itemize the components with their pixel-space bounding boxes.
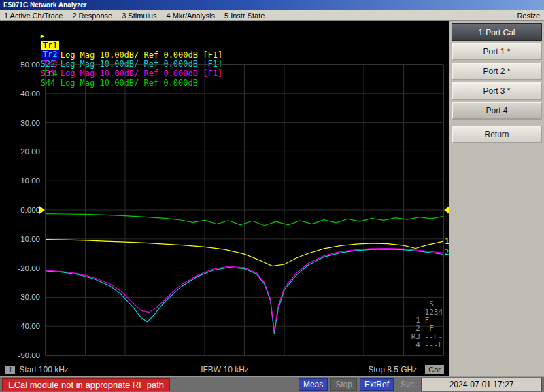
sweep-stop-indicator: Stop	[330, 378, 357, 391]
softkey-menu-title: 1-Port Cal	[452, 23, 542, 41]
softkey-port-4[interactable]: Port 4	[452, 102, 542, 120]
svg-text:40.00: 40.00	[20, 90, 40, 98]
e5071c-screen: E5071C Network Analyzer 1 Active Ch/Trac…	[0, 0, 544, 392]
menu-active-ch-trace[interactable]: 1 Active Ch/Trace	[4, 12, 63, 20]
svg-text:0.000: 0.000	[20, 206, 40, 214]
menu-instr-state[interactable]: 5 Instr State	[224, 12, 265, 20]
trace3-params: S33 Log Mag 10.00dB/ Ref 0.000dB [F1]	[41, 69, 222, 78]
softkey-port-1[interactable]: Port 1 *	[452, 43, 542, 60]
svg-text:2: 2	[445, 248, 449, 257]
softkey-port-3[interactable]: Port 3 *	[452, 82, 542, 100]
ifbw-value: IFBW 10 kHz	[152, 365, 298, 374]
menu-resize[interactable]: Resize	[517, 12, 540, 20]
graph-plot: 50.0040.0030.0020.0010.000.000-10.00-20.…	[0, 59, 449, 376]
svg-text:-40.00: -40.00	[18, 322, 40, 330]
svg-text:20.00: 20.00	[20, 147, 40, 156]
trace-info-row-1: ▶ Tr1 S11 Log Mag 10.00dB/ Ref 0.000dB […	[0, 21, 449, 31]
status-message: ECal module not in appropriate RF path	[2, 378, 170, 391]
status-bar: ECal module not in appropriate RF path M…	[0, 376, 544, 392]
channel-number-badge: 1	[5, 366, 15, 374]
measurement-display: ▶ Tr1 S11 Log Mag 10.00dB/ Ref 0.000dB […	[0, 21, 449, 376]
menu-stimulus[interactable]: 3 Stimulus	[122, 12, 156, 20]
trace1-params: S11 Log Mag 10.00dB/ Ref 0.000dB [F1]	[41, 50, 222, 60]
trace-info-row-2: Tr2 S22 Log Mag 10.00dB/ Ref 0.000dB [F1…	[0, 31, 449, 40]
svg-text:-30.00: -30.00	[18, 293, 40, 301]
cal-status-legend: S 1234 1 F--- 2 -F-- R3 --F- 4 ---F	[411, 300, 443, 349]
svg-text:-50.00: -50.00	[18, 351, 40, 359]
meas-indicator: Meas	[299, 378, 328, 391]
start-frequency: Start 100 kHz	[19, 365, 69, 374]
stimulus-bar: 1 Start 100 kHz IFBW 10 kHz Stop 8.5 GHz…	[0, 363, 449, 376]
svg-text:1: 1	[445, 237, 449, 246]
menu-bar: 1 Active Ch/Trace 2 Response 3 Stimulus …	[0, 10, 544, 21]
svg-text:30.00: 30.00	[20, 119, 40, 127]
window-title: E5071C Network Analyzer	[3, 1, 86, 9]
svc-indicator: Svc	[396, 379, 418, 390]
svg-text:10.00: 10.00	[20, 177, 40, 185]
svg-text:50.00: 50.00	[20, 60, 40, 69]
svg-text:-20.00: -20.00	[18, 264, 40, 272]
trace4-label[interactable]: Tr4	[41, 69, 60, 78]
datetime-display: 2024-07-01 17:27	[421, 378, 542, 391]
svg-text:-10.00: -10.00	[18, 235, 40, 243]
trace2-params: S22 Log Mag 10.00dB/ Ref 0.000dB [F1]	[41, 59, 222, 69]
softkey-return[interactable]: Return	[452, 126, 542, 143]
trace-info-row-3: Tr3 S33 Log Mag 10.00dB/ Ref 0.000dB [F1…	[0, 40, 449, 50]
extref-indicator: ExtRef	[360, 378, 394, 391]
correction-badge: Cor	[425, 365, 444, 374]
softkey-port-2[interactable]: Port 2 *	[452, 63, 542, 80]
stop-frequency: Stop 8.5 GHz	[368, 365, 417, 374]
title-bar: E5071C Network Analyzer	[0, 0, 544, 10]
menu-response[interactable]: 2 Response	[72, 12, 112, 20]
active-trace-arrow: ▶	[41, 31, 47, 41]
trace4-params: S44 Log Mag 10.00dB/ Ref 0.000dB	[41, 78, 198, 88]
softkey-menu: 1-Port Cal Port 1 * Port 2 * Port 3 * Po…	[449, 21, 544, 376]
menu-mkr-analysis[interactable]: 4 Mkr/Analysis	[166, 12, 215, 20]
